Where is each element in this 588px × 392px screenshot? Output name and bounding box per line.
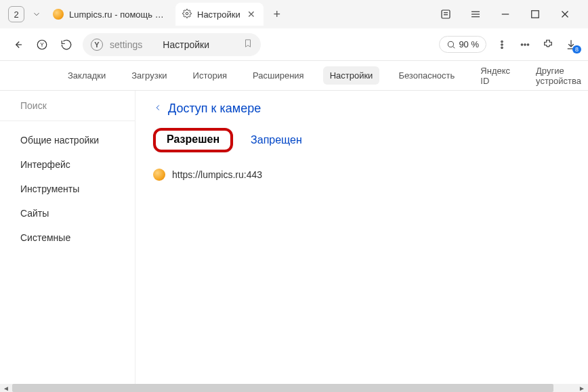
address-bar-row: Y Y settings Настройки 90 % 8 [0,28,588,61]
settings-search[interactable]: Поиск [0,100,135,121]
maximize-button[interactable] [526,5,545,24]
tab-lumpics[interactable]: Lumpics.ru - помощь с ко [46,3,174,26]
subnav-downloads[interactable]: Загрузки [125,66,173,85]
svg-point-20 [524,43,526,45]
reload-button[interactable] [58,37,75,53]
tabs-dropdown-button[interactable] [28,6,45,22]
annotation-highlight: Разрешен [153,128,233,152]
menu-button[interactable] [466,5,485,24]
sidebar-item-general[interactable]: Общие настройки [0,128,135,152]
minimize-button[interactable] [496,5,515,24]
svg-point-16 [501,41,503,42]
zoom-value: 90 % [459,39,479,49]
close-window-button[interactable] [555,5,574,24]
svg-point-14 [448,41,454,47]
svg-rect-1 [442,10,450,18]
svg-point-18 [501,47,503,48]
scroll-right-button[interactable]: ► [576,384,588,392]
svg-point-19 [521,43,522,45]
tab-title: Настройки [197,9,240,20]
sidebar-item-interface[interactable]: Интерфейс [0,152,135,177]
sidebar-item-sites[interactable]: Сайты [0,201,135,225]
downloads-badge: 8 [572,45,581,53]
svg-point-21 [527,43,528,45]
subnav-other-devices[interactable]: Другие устройства [529,62,588,90]
chevron-left-icon [153,103,163,115]
svg-text:Y: Y [40,42,44,48]
address-bar[interactable]: Y settings Настройки [83,33,261,56]
svg-rect-8 [532,11,539,18]
settings-subnav: Закладки Загрузки История Расширения Нас… [0,61,588,91]
bookmark-icon[interactable] [243,39,253,51]
site-row[interactable]: https://lumpics.ru:443 [153,169,570,181]
settings-content: Доступ к камере Разрешен Запрещен https:… [135,91,588,384]
downloads-button[interactable]: 8 [564,37,579,52]
more-button[interactable] [518,39,532,51]
scroll-track[interactable] [12,384,576,392]
sidebar-item-tools[interactable]: Инструменты [0,177,135,201]
tab-allowed[interactable]: Разрешен [164,129,222,149]
page-actions-button[interactable] [495,39,509,51]
tab-title: Lumpics.ru - помощь с ко [69,9,167,20]
main-area: Поиск Общие настройки Интерфейс Инструме… [0,91,588,384]
subnav-extensions[interactable]: Расширения [246,66,311,85]
scroll-left-button[interactable]: ◄ [0,384,12,392]
site-url: https://lumpics.ru:443 [172,169,262,180]
svg-line-15 [453,46,455,48]
tab-blocked[interactable]: Запрещен [248,130,305,150]
site-favicon-icon [153,169,165,181]
lumpics-favicon-icon [53,9,64,20]
url-text: settings [110,39,142,50]
site-identity-icon: Y [91,39,103,51]
horizontal-scrollbar[interactable]: ◄ ► [0,384,588,392]
permission-tabs: Разрешен Запрещен [153,128,570,152]
subnav-history[interactable]: История [186,66,234,85]
new-tab-button[interactable]: + [268,5,287,24]
tab-count-button[interactable]: 2 [8,6,24,22]
zoom-indicator[interactable]: 90 % [439,36,486,53]
close-tab-button[interactable]: ✕ [246,9,257,20]
breadcrumb-label: Доступ к камере [168,102,261,116]
extensions-button[interactable] [541,37,555,52]
tab-settings[interactable]: Настройки ✕ [175,3,264,26]
window-tab-bar: 2 Lumpics.ru - помощь с ко Настройки ✕ + [0,0,588,28]
subnav-bookmarks[interactable]: Закладки [61,66,112,85]
back-button[interactable] [9,37,26,53]
gear-icon [182,9,192,20]
svg-point-0 [186,12,188,15]
reader-mode-button[interactable] [436,5,455,24]
subnav-security[interactable]: Безопасность [392,66,461,85]
yandex-logo-icon[interactable]: Y [34,37,50,53]
breadcrumb-camera-access[interactable]: Доступ к камере [153,102,570,116]
scroll-thumb[interactable] [12,384,553,392]
settings-sidebar: Поиск Общие настройки Интерфейс Инструме… [0,91,135,384]
svg-point-17 [501,43,503,45]
page-title-text: Настройки [163,39,209,50]
subnav-yandex-id[interactable]: Яндекс ID [474,62,517,90]
subnav-settings[interactable]: Настройки [323,66,380,85]
sidebar-item-system[interactable]: Системные [0,225,135,250]
